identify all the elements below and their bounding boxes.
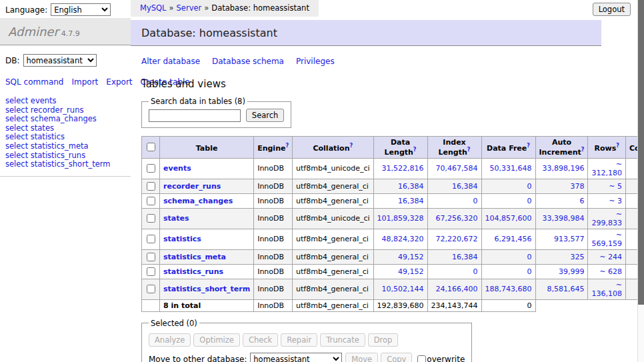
rows-count-link[interactable]: ~ 312,180 <box>591 160 622 177</box>
sidebar-action-link[interactable]: SQL command <box>5 77 63 87</box>
sidebar-action-link[interactable]: Import <box>71 77 98 87</box>
help-link[interactable]: ? <box>285 143 289 149</box>
database-action-link[interactable]: Alter database <box>141 57 200 66</box>
move-button[interactable]: Move <box>345 353 378 362</box>
index-length-link[interactable]: 16,384 <box>452 182 478 191</box>
rows-count-link[interactable]: ~ 628 <box>599 267 622 276</box>
data-length-link[interactable]: 31,522,816 <box>382 164 424 173</box>
table-name-link[interactable]: events <box>163 164 191 173</box>
table-name-link[interactable]: statistics_runs <box>163 267 223 276</box>
auto-increment-link[interactable]: 33,398,984 <box>543 214 585 223</box>
auto-increment-link[interactable]: 39,999 <box>559 267 585 276</box>
logout-button[interactable]: Logout <box>593 3 631 16</box>
rows-count-link[interactable]: ~ 3 <box>609 197 622 205</box>
data-free-link[interactable]: 50,331,648 <box>490 164 532 173</box>
database-action-link[interactable]: Privileges <box>296 57 335 66</box>
data-free-link[interactable]: 0 <box>527 182 532 191</box>
select-table-link[interactable]: select states <box>5 123 54 133</box>
sidebar-action-link[interactable]: Export <box>106 77 132 87</box>
auto-increment-link[interactable]: 378 <box>570 182 584 191</box>
data-free-link[interactable]: 0 <box>527 253 532 261</box>
row-checkbox[interactable] <box>147 235 155 243</box>
row-checkbox[interactable] <box>147 182 155 191</box>
index-length-link[interactable]: 0 <box>473 197 478 205</box>
data-length-link[interactable]: 49,152 <box>398 253 424 261</box>
row-checkbox[interactable] <box>147 214 155 223</box>
adminer-logo[interactable]: Adminer <box>8 25 59 39</box>
rows-count-link[interactable]: ~ 244 <box>599 253 622 261</box>
data-free-link[interactable]: 0 <box>527 197 532 205</box>
rows-count-link[interactable]: ~ 136,108 <box>591 281 622 298</box>
sidebar-item-table: select statistics <box>5 133 131 142</box>
select-table-link[interactable]: select statistics_runs <box>5 151 85 160</box>
selected-action-button[interactable]: Optimize <box>193 333 240 347</box>
index-length-link[interactable]: 67,256,320 <box>436 214 478 223</box>
move-db-select[interactable]: homeassistant <box>250 353 342 362</box>
table-name-link[interactable]: statistics_meta <box>163 253 226 261</box>
selected-action-button[interactable]: Truncate <box>320 333 365 347</box>
index-length-link[interactable]: 24,166,400 <box>436 285 478 293</box>
selected-action-button[interactable]: Check <box>243 333 278 347</box>
help-link[interactable]: ? <box>527 143 530 149</box>
select-table-link[interactable]: select statistics <box>5 132 65 141</box>
data-free-link[interactable]: 104,857,600 <box>485 214 532 223</box>
help-link[interactable]: ? <box>349 143 353 149</box>
data-length-link[interactable]: 48,824,320 <box>382 235 424 243</box>
search-button[interactable]: Search <box>246 109 285 122</box>
search-input[interactable] <box>149 109 241 122</box>
data-free-link[interactable]: 188,743,680 <box>485 285 532 293</box>
index-length-link[interactable]: 0 <box>473 267 478 276</box>
sidebar-divider <box>0 176 131 177</box>
row-checkbox[interactable] <box>147 164 155 173</box>
table-name-link[interactable]: statistics <box>163 235 201 243</box>
overwrite-checkbox[interactable] <box>417 355 426 362</box>
index-length-link[interactable]: 16,384 <box>452 253 478 261</box>
select-table-link[interactable]: select statistics_meta <box>5 141 89 151</box>
scrollbar-track[interactable] <box>637 0 644 362</box>
select-table-link[interactable]: select schema_changes <box>5 114 97 123</box>
select-table-link[interactable]: select recorder_runs <box>5 105 83 115</box>
breadcrumb-link-server[interactable]: Server <box>177 3 202 13</box>
select-table-link[interactable]: select statistics_short_term <box>5 159 110 169</box>
table-name-link[interactable]: states <box>163 214 189 223</box>
select-all-checkbox[interactable] <box>147 143 155 151</box>
data-length-link[interactable]: 49,152 <box>398 267 424 276</box>
rows-count-link[interactable]: ~ 299,833 <box>591 210 622 227</box>
breadcrumb-link-mysql[interactable]: MySQL <box>140 3 167 13</box>
scrollbar-thumb[interactable] <box>638 0 644 305</box>
language-select[interactable]: English <box>51 3 111 16</box>
rows-count-link[interactable]: ~ 5 <box>609 182 622 191</box>
row-checkbox[interactable] <box>147 267 155 276</box>
auto-increment-link[interactable]: 913,577 <box>554 235 585 243</box>
row-checkbox[interactable] <box>147 285 155 293</box>
data-length-link[interactable]: 101,859,328 <box>377 214 424 223</box>
db-select[interactable]: homeassistant <box>23 54 97 67</box>
selected-action-button[interactable]: Drop <box>368 333 399 347</box>
table-name-link[interactable]: statistics_short_term <box>163 285 250 293</box>
database-action-link[interactable]: Database schema <box>212 57 284 66</box>
table-name-link[interactable]: schema_changes <box>163 197 233 205</box>
data-free-link[interactable]: 0 <box>527 267 532 276</box>
row-checkbox[interactable] <box>147 253 155 261</box>
rows-count-link[interactable]: ~ 569,159 <box>591 231 622 248</box>
table-name-link[interactable]: recorder_runs <box>163 182 221 191</box>
select-table-link[interactable]: select events <box>5 96 57 105</box>
selected-action-button[interactable]: Repair <box>281 333 317 347</box>
row-checkbox[interactable] <box>147 197 155 205</box>
help-link[interactable]: ? <box>467 147 471 153</box>
data-length-link[interactable]: 10,502,144 <box>382 285 424 293</box>
auto-increment-link[interactable]: 325 <box>570 253 584 261</box>
index-length-link[interactable]: 72,220,672 <box>436 235 478 243</box>
data-length-link[interactable]: 16,384 <box>398 182 424 191</box>
index-length-link[interactable]: 70,467,584 <box>436 164 478 173</box>
help-link[interactable]: ? <box>616 143 619 149</box>
help-link[interactable]: ? <box>581 147 585 153</box>
data-free-link[interactable]: 6,291,456 <box>495 235 532 243</box>
help-link[interactable]: ? <box>413 147 417 153</box>
selected-action-button[interactable]: Analyze <box>149 333 191 347</box>
auto-increment-link[interactable]: 33,898,196 <box>543 164 585 173</box>
auto-increment-link[interactable]: 6 <box>579 197 584 205</box>
auto-increment-link[interactable]: 8,581,645 <box>547 285 585 293</box>
data-length-link[interactable]: 16,384 <box>398 197 424 205</box>
copy-button[interactable]: Copy <box>381 353 412 362</box>
